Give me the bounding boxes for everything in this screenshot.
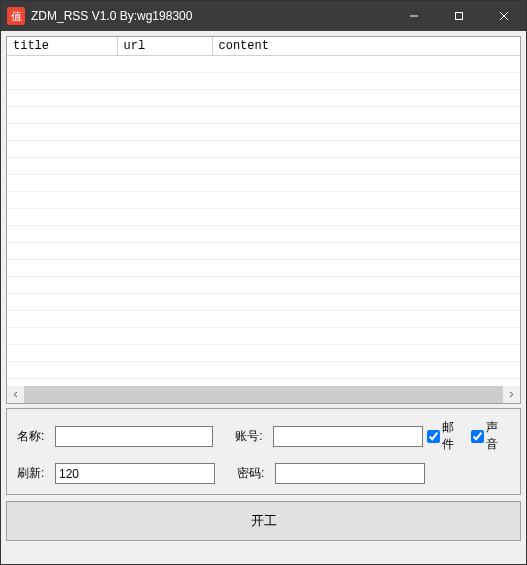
minimize-button[interactable] — [391, 1, 436, 31]
password-input[interactable] — [275, 463, 425, 484]
sound-checkbox[interactable] — [471, 430, 484, 443]
table-row[interactable] — [7, 362, 520, 379]
table-row[interactable] — [7, 328, 520, 345]
name-label: 名称: — [17, 428, 55, 445]
table-row[interactable] — [7, 345, 520, 362]
account-input[interactable] — [273, 426, 423, 447]
name-input[interactable] — [55, 426, 214, 447]
close-icon — [499, 11, 509, 21]
table-row[interactable] — [7, 311, 520, 328]
horizontal-scrollbar[interactable] — [7, 386, 520, 403]
scroll-left-button[interactable] — [7, 386, 24, 403]
table-row[interactable] — [7, 175, 520, 192]
titlebar[interactable]: 值 ZDM_RSS V1.0 By:wg198300 — [1, 1, 526, 31]
table-row[interactable] — [7, 90, 520, 107]
window-title: ZDM_RSS V1.0 By:wg198300 — [31, 9, 192, 23]
column-header-url[interactable]: url — [117, 37, 212, 56]
refresh-input[interactable] — [55, 463, 215, 484]
scroll-thumb[interactable] — [24, 386, 503, 403]
email-checkbox[interactable] — [427, 430, 440, 443]
table-row[interactable] — [7, 294, 520, 311]
table-row[interactable] — [7, 73, 520, 90]
scroll-right-button[interactable] — [503, 386, 520, 403]
maximize-button[interactable] — [436, 1, 481, 31]
table-row[interactable] — [7, 277, 520, 294]
email-checkbox-label: 邮件 — [442, 419, 466, 453]
chevron-left-icon — [12, 391, 19, 398]
sound-checkbox-wrap[interactable]: 声音 — [471, 419, 510, 453]
table-row[interactable] — [7, 158, 520, 175]
email-checkbox-wrap[interactable]: 邮件 — [427, 419, 466, 453]
account-label: 账号: — [235, 428, 273, 445]
table-row[interactable] — [7, 124, 520, 141]
table-row[interactable] — [7, 226, 520, 243]
table-row[interactable] — [7, 243, 520, 260]
close-button[interactable] — [481, 1, 526, 31]
data-grid[interactable]: title url content — [6, 36, 521, 404]
maximize-icon — [454, 11, 464, 21]
column-header-title[interactable]: title — [7, 37, 117, 56]
app-window: 值 ZDM_RSS V1.0 By:wg198300 title url con… — [0, 0, 527, 565]
column-header-content[interactable]: content — [212, 37, 520, 56]
svg-rect-1 — [455, 13, 462, 20]
table-row[interactable] — [7, 141, 520, 158]
settings-panel: 名称: 账号: 邮件 声音 刷新: 密码: — [6, 408, 521, 495]
refresh-label: 刷新: — [17, 465, 55, 482]
chevron-right-icon — [508, 391, 515, 398]
table-row[interactable] — [7, 192, 520, 209]
scroll-track[interactable] — [24, 386, 503, 403]
app-icon: 值 — [7, 7, 25, 25]
table-row[interactable] — [7, 209, 520, 226]
start-button[interactable]: 开工 — [6, 501, 521, 541]
table-header-row: title url content — [7, 37, 520, 56]
table-row[interactable] — [7, 56, 520, 73]
table-row[interactable] — [7, 260, 520, 277]
table-row[interactable] — [7, 107, 520, 124]
client-area: title url content — [1, 31, 526, 564]
minimize-icon — [409, 11, 419, 21]
password-label: 密码: — [237, 465, 275, 482]
sound-checkbox-label: 声音 — [486, 419, 510, 453]
